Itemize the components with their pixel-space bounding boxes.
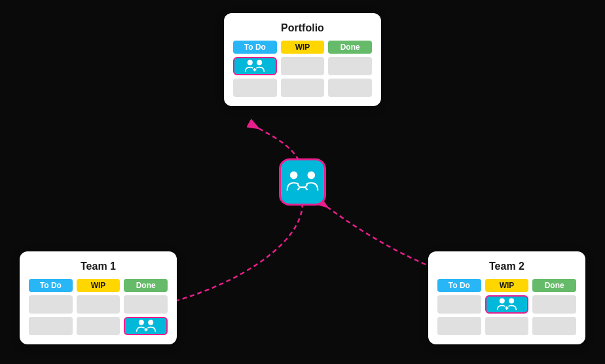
team1-col-wip: WIP [77, 279, 120, 335]
team1-wip-card2 [77, 317, 120, 335]
portfolio-wip-header: WIP [281, 41, 325, 54]
team1-board: Team 1 To Do WIP Done [20, 251, 177, 344]
svg-point-5 [148, 319, 153, 325]
team2-title: Team 2 [437, 261, 576, 272]
team1-todo-card2 [29, 317, 73, 335]
team2-col-todo: To Do [437, 279, 481, 335]
portfolio-todo-header: To Do [233, 41, 277, 54]
team1-title: Team 1 [29, 261, 168, 272]
team1-wip-card1 [77, 295, 120, 314]
team1-done-header: Done [124, 279, 168, 292]
team1-done-highlighted-card [124, 317, 168, 335]
people-icon-team2 [496, 296, 517, 313]
team1-wip-header: WIP [77, 279, 120, 292]
svg-point-4 [138, 319, 143, 325]
team2-col-done: Done [532, 279, 576, 335]
diagram-container: Portfolio To Do WIP [0, 0, 605, 364]
svg-point-2 [290, 172, 298, 179]
team2-todo-card2 [437, 317, 481, 335]
team1-columns: To Do WIP Done [29, 279, 168, 335]
svg-point-6 [500, 298, 505, 303]
portfolio-col-wip: WIP [281, 41, 325, 97]
center-people-sync-icon [286, 169, 319, 195]
svg-point-1 [257, 60, 263, 65]
people-icon-team1 [136, 318, 156, 335]
team1-col-todo: To Do [29, 279, 73, 335]
arrow-center-to-team1 [175, 203, 302, 301]
team2-board: Team 2 To Do WIP [428, 251, 585, 344]
team2-todo-header: To Do [437, 279, 481, 292]
team2-done-card2 [532, 317, 576, 335]
team2-wip-card2 [485, 317, 529, 335]
portfolio-done-header: Done [328, 41, 372, 54]
team2-columns: To Do WIP Done [437, 279, 576, 335]
portfolio-done-card2 [328, 79, 372, 97]
portfolio-col-todo: To Do [233, 41, 277, 97]
center-sync-icon [279, 158, 326, 206]
portfolio-todo-card2 [233, 79, 277, 97]
portfolio-done-card1 [328, 57, 372, 75]
portfolio-todo-highlighted-card [233, 57, 277, 75]
team2-done-header: Done [532, 279, 576, 292]
portfolio-columns: To Do WIP Done [233, 41, 372, 97]
team2-todo-card1 [437, 295, 481, 314]
portfolio-title: Portfolio [233, 22, 372, 34]
team2-wip-header: WIP [485, 279, 529, 292]
team1-todo-header: To Do [29, 279, 73, 292]
team1-todo-card1 [29, 295, 73, 314]
svg-point-7 [509, 298, 514, 303]
team1-col-done: Done [124, 279, 168, 335]
portfolio-col-done: Done [328, 41, 372, 97]
team1-done-card1 [124, 295, 168, 314]
portfolio-board: Portfolio To Do WIP [224, 13, 381, 106]
svg-point-3 [308, 172, 316, 179]
team2-wip-highlighted-card [485, 295, 529, 314]
team2-done-card1 [532, 295, 576, 314]
portfolio-wip-card2 [281, 79, 325, 97]
svg-point-0 [248, 60, 253, 65]
team2-col-wip: WIP [485, 279, 529, 335]
portfolio-wip-card1 [281, 57, 325, 75]
people-icon-portfolio [244, 58, 265, 75]
